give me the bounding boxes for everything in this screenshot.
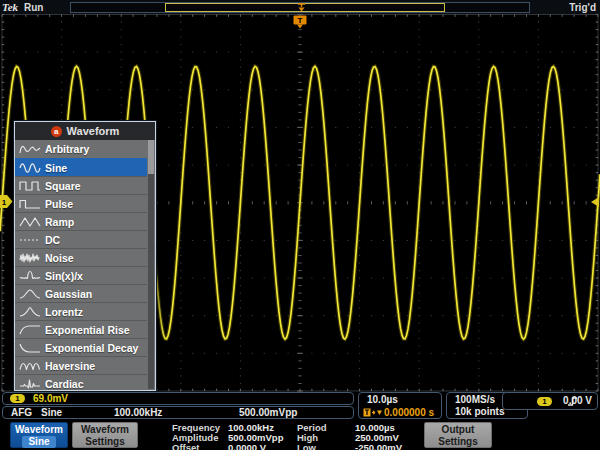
trigger-time-readout: 0.000000 s — [363, 407, 434, 418]
sinc-icon — [15, 270, 45, 282]
channel1-scale-readout[interactable]: 1 69.0mV — [2, 392, 354, 405]
menu-item-dc[interactable]: DC — [15, 230, 147, 248]
channel1-badge: 1 — [10, 394, 25, 403]
menu-item-sine[interactable]: Sine — [15, 158, 147, 176]
trigger-level-arrow[interactable] — [591, 197, 599, 207]
menu-item-label: Square — [45, 180, 81, 192]
svg-text:1: 1 — [2, 198, 7, 207]
afg-waveform-label: Sine — [41, 407, 62, 419]
menu-item-ramp[interactable]: Ramp — [15, 212, 147, 230]
menu-item-label: Ramp — [45, 216, 74, 228]
acquisition-status: Run — [24, 2, 43, 13]
waveform-button-selection: Sine — [22, 436, 55, 448]
menu-item-cardiac[interactable]: Cardiac — [15, 374, 147, 392]
menu-item-label: Noise — [45, 252, 74, 264]
svg-text:T: T — [298, 16, 303, 25]
menu-item-label: Arbitrary — [45, 143, 89, 155]
pulse-icon — [15, 198, 45, 210]
cardiac-icon — [15, 378, 45, 390]
param-label: Low — [297, 443, 316, 450]
output-settings-line1: Output — [425, 424, 491, 436]
exp-decay-icon — [15, 342, 45, 354]
trigger-readout-box[interactable]: 1 0.00 V — [502, 392, 598, 410]
afg-source-label: AFG — [11, 407, 32, 419]
menu-item-label: Haversine — [45, 360, 95, 372]
menu-item-haversine[interactable]: Haversine — [15, 356, 147, 374]
waveform-settings-line1: Waveform — [73, 424, 137, 436]
menu-item-sin-x-x[interactable]: Sin(x)/x — [15, 266, 147, 284]
waveform-button-line1: Waveform — [11, 424, 67, 436]
waveform-menu: a Waveform ArbitrarySineSquarePulseRampD… — [14, 121, 156, 391]
menu-item-exponential-rise[interactable]: Exponential Rise — [15, 320, 147, 338]
menu-item-label: Cardiac — [45, 378, 84, 390]
param-label: Offset — [172, 443, 199, 450]
menu-item-label: Sin(x)/x — [45, 270, 83, 282]
menu-item-label: DC — [45, 234, 60, 246]
waveform-sine-button[interactable]: Waveform Sine — [10, 422, 68, 448]
menu-item-exponential-decay[interactable]: Exponential Decay — [15, 338, 147, 356]
trigger-position-marker-icon[interactable] — [297, 3, 306, 12]
waveform-menu-title: Waveform — [67, 125, 120, 137]
afg-frequency-value: 100.00kHz — [114, 407, 162, 419]
lorentz-icon — [15, 306, 45, 318]
menu-item-arbitrary[interactable]: Arbitrary — [15, 140, 147, 158]
menu-item-label: Sine — [45, 162, 67, 174]
noise-icon — [15, 252, 45, 264]
sample-rate-value: 100MS/s — [455, 394, 495, 405]
channel1-scale-value: 69.0mV — [33, 393, 68, 405]
waveform-menu-list: ArbitrarySineSquarePulseRampDCNoiseSin(x… — [15, 140, 147, 390]
multipurpose-knob-a-icon: a — [51, 126, 62, 137]
menu-item-noise[interactable]: Noise — [15, 248, 147, 266]
record-view-bar[interactable] — [70, 2, 530, 13]
menu-item-pulse[interactable]: Pulse — [15, 194, 147, 212]
output-settings-line2: Settings — [425, 436, 491, 448]
oscilloscope-screen: Tek Run Trig'd T 1 a Waveform ArbitraryS… — [0, 0, 600, 450]
exp-rise-icon — [15, 324, 45, 336]
menu-item-label: Pulse — [45, 198, 73, 210]
waveform-menu-header: a Waveform — [15, 122, 155, 140]
menu-scrollbar[interactable] — [148, 140, 154, 389]
trigger-source-badge: 1 — [537, 397, 552, 406]
horizontal-scale-value: 10.0µs — [367, 394, 398, 405]
waveform-settings-line2: Settings — [73, 436, 137, 448]
tek-logo: Tek — [2, 1, 18, 13]
menu-item-square[interactable]: Square — [15, 176, 147, 194]
waveform-settings-button[interactable]: Waveform Settings — [72, 422, 138, 448]
afg-status-bar[interactable]: AFG Sine 100.00kHz 500.00mVpp — [2, 406, 354, 419]
gaussian-icon — [15, 288, 45, 300]
menu-item-label: Exponential Decay — [45, 342, 138, 354]
menu-item-gaussian[interactable]: Gaussian — [15, 284, 147, 302]
top-status-bar: Tek Run Trig'd — [0, 0, 600, 14]
afg-amplitude-value: 500.00mVpp — [239, 407, 297, 419]
trigger-state-label: Trig'd — [569, 2, 596, 13]
trigger-time-icon — [363, 408, 383, 417]
horizontal-readout-box[interactable]: 10.0µs 0.000000 s — [358, 392, 442, 419]
param-value: 0.0000 V — [228, 443, 266, 450]
menu-item-lorentz[interactable]: Lorentz — [15, 302, 147, 320]
arbitrary-icon — [15, 143, 45, 155]
output-settings-button[interactable]: Output Settings — [424, 422, 492, 448]
record-length-value: 10k points — [455, 406, 504, 417]
trigger-position-flag[interactable]: T — [293, 15, 307, 29]
ramp-icon — [15, 216, 45, 228]
channel1-reference-marker[interactable]: 1 — [0, 195, 13, 208]
trigger-level-value: 0.00 V — [563, 395, 592, 406]
dc-icon — [15, 234, 45, 246]
menu-item-label: Lorentz — [45, 306, 83, 318]
menu-item-label: Exponential Rise — [45, 324, 130, 336]
haversine-icon — [15, 360, 45, 372]
menu-item-label: Gaussian — [45, 288, 92, 300]
sine-icon — [15, 162, 45, 174]
square-icon — [15, 180, 45, 192]
menu-scrollbar-thumb[interactable] — [148, 140, 154, 174]
param-value: -250.00mV — [355, 443, 402, 450]
